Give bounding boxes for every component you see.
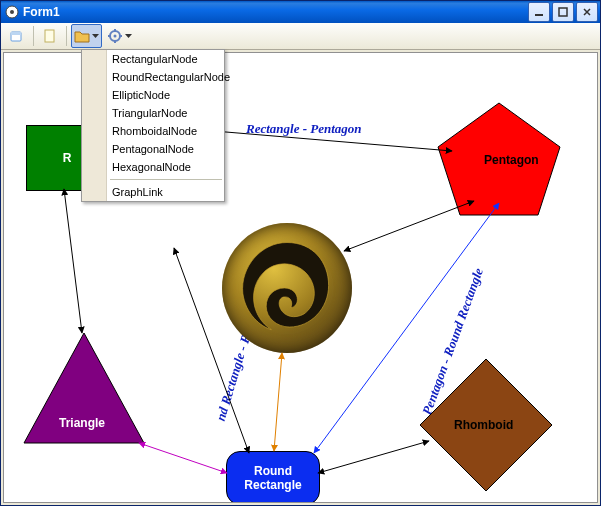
close-button[interactable]: [576, 2, 598, 22]
app-window: Form1: [0, 0, 601, 506]
edge-pentagon-roundrect[interactable]: [314, 203, 499, 453]
edge-rect-pentagon[interactable]: [214, 131, 452, 151]
folder-icon: [74, 29, 90, 43]
svg-rect-2: [535, 14, 543, 16]
shapes-dropdown-menu: RectangularNode RoundRectangularNode Ell…: [81, 49, 225, 202]
chevron-down-icon: [92, 34, 99, 38]
menu-item-rectangular[interactable]: RectangularNode: [82, 50, 224, 68]
menu-item-graphlink[interactable]: GraphLink: [82, 183, 224, 201]
svg-rect-6: [45, 30, 54, 42]
menu-item-hexagonal[interactable]: HexagonalNode: [82, 158, 224, 176]
svg-point-1: [10, 10, 14, 14]
window-controls: [528, 2, 598, 22]
svg-rect-3: [559, 8, 567, 16]
menu-item-rhomboidal[interactable]: RhomboidalNode: [82, 122, 224, 140]
edge-roundrect-ellipse[interactable]: [274, 353, 282, 451]
settings-dropdown-button[interactable]: [104, 24, 135, 48]
toolbar-separator: [33, 26, 34, 46]
app-icon: [5, 5, 19, 19]
gear-icon: [107, 28, 123, 44]
maximize-button[interactable]: [552, 2, 574, 22]
edge-pentagon-ellipse[interactable]: [344, 201, 474, 251]
menu-item-elliptic[interactable]: EllipticNode: [82, 86, 224, 104]
titlebar: Form1: [1, 1, 600, 23]
new-icon: [42, 28, 58, 44]
window-title: Form1: [23, 5, 528, 19]
menu-item-roundrectangular[interactable]: RoundRectangularNode: [82, 68, 224, 86]
toolbar-separator: [66, 26, 67, 46]
menu-item-pentagonal[interactable]: PentagonalNode: [82, 140, 224, 158]
edge-roundrect-rect[interactable]: [174, 248, 249, 453]
new-button[interactable]: [38, 24, 62, 48]
minimize-button[interactable]: [528, 2, 550, 22]
chevron-down-icon: [125, 34, 132, 38]
svg-rect-5: [11, 32, 21, 35]
open-button[interactable]: [5, 24, 29, 48]
shapes-dropdown-button[interactable]: [71, 24, 102, 48]
menu-item-triangular[interactable]: TriangularNode: [82, 104, 224, 122]
edge-rect-triangle[interactable]: [64, 189, 82, 333]
toolbar: [1, 23, 600, 50]
menu-separator: [110, 179, 222, 180]
edge-roundrect-rhomboid[interactable]: [318, 441, 429, 473]
svg-point-8: [114, 35, 117, 38]
open-icon: [9, 28, 25, 44]
edge-roundrect-triangle[interactable]: [139, 443, 227, 473]
